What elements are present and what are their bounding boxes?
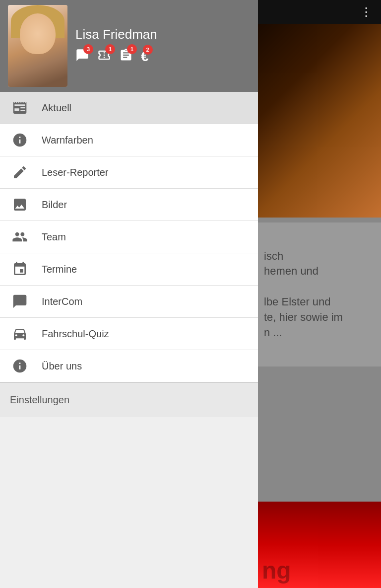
newspaper-icon [10, 98, 30, 118]
menu-item-fahrschul-quiz[interactable]: Fahrschul-Quiz [0, 318, 258, 350]
header-info: Lisa Friedman 3 1 [75, 27, 157, 66]
menu-item-team[interactable]: Team [0, 221, 258, 253]
calendar-icon [10, 259, 30, 279]
bg-article-text: isch hemen und lbe Elster und te, hier s… [264, 249, 375, 341]
avatar [8, 5, 67, 87]
menu-label-warnfarben: Warnfarben [42, 135, 93, 146]
chat-badge: 3 [83, 44, 93, 54]
bg-image-sunset [258, 24, 381, 218]
ticket-icon-wrapper[interactable]: 1 [97, 48, 111, 66]
avatar-face [20, 13, 56, 55]
chat-bubble-icon [10, 292, 30, 311]
euro-icon-wrapper[interactable]: € 2 [141, 49, 149, 65]
car-icon [10, 324, 30, 344]
drawer-bottom-fill [0, 417, 258, 588]
image-icon [10, 195, 30, 215]
chat-icon-wrapper[interactable]: 3 [75, 48, 89, 66]
euro-badge: 2 [143, 45, 153, 55]
menu-item-leser-reporter[interactable]: Leser-Reporter [0, 156, 258, 188]
bg-image-red: ng [258, 502, 381, 588]
header-icons: 3 1 1 € 2 [75, 48, 157, 66]
menu-item-warnfarben[interactable]: Warnfarben [0, 124, 258, 156]
drawer-header: Lisa Friedman 3 1 [0, 0, 258, 92]
ticket-badge: 1 [105, 44, 115, 54]
menu-item-termine[interactable]: Termine [0, 253, 258, 285]
menu-label-leser-reporter: Leser-Reporter [42, 167, 109, 178]
more-options-icon[interactable]: ⋮ [360, 5, 373, 19]
menu-label-fahrschul-quiz: Fahrschul-Quiz [42, 328, 109, 340]
menu-label-uber-uns: Über uns [42, 361, 82, 372]
menu-item-uber-uns[interactable]: Über uns [0, 350, 258, 382]
settings-label: Einstellungen [10, 394, 69, 406]
clipboard-badge: 1 [127, 44, 137, 54]
menu-label-aktuell: Aktuell [42, 102, 71, 114]
menu-label-bilder: Bilder [42, 199, 67, 211]
navigation-drawer: Lisa Friedman 3 1 [0, 0, 258, 588]
bg-text-ng: ng [262, 557, 291, 584]
bg-article-preview: isch hemen und lbe Elster und te, hier s… [258, 222, 381, 367]
menu-label-termine: Termine [42, 264, 77, 275]
menu-label-team: Team [42, 231, 66, 243]
avatar-image [8, 5, 67, 87]
edit-icon [10, 162, 30, 182]
settings-item[interactable]: Einstellungen [0, 382, 258, 417]
clipboard-icon-wrapper[interactable]: 1 [119, 48, 133, 66]
menu-item-intercom[interactable]: InterCom [0, 286, 258, 317]
info-icon [10, 130, 30, 150]
info-circle-icon [10, 356, 30, 376]
group-icon [10, 227, 30, 247]
menu-label-intercom: InterCom [42, 296, 82, 307]
menu-item-aktuell[interactable]: Aktuell [0, 92, 258, 124]
menu-item-bilder[interactable]: Bilder [0, 189, 258, 220]
user-name: Lisa Friedman [75, 27, 157, 42]
